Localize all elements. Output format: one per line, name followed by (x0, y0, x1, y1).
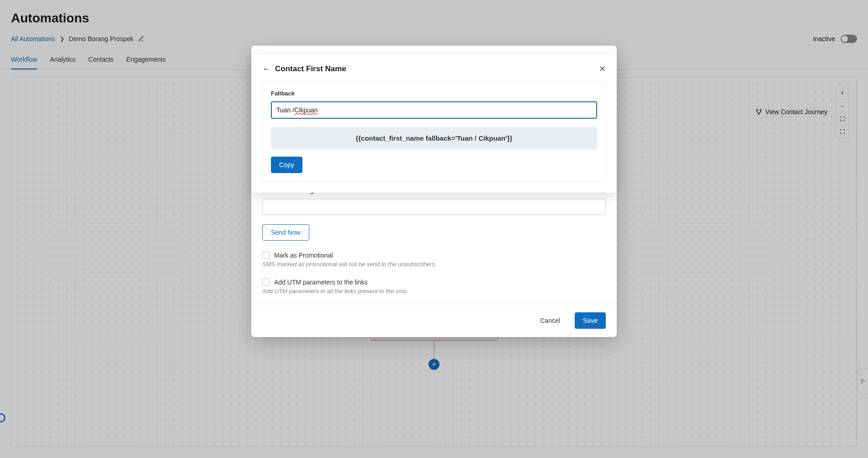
save-button[interactable]: Save (575, 312, 606, 329)
utm-checkbox[interactable] (262, 279, 270, 286)
merge-tag-output: {{contact_first_name fallback='Tuan / Ci… (271, 127, 597, 149)
promotional-checkbox[interactable] (262, 252, 270, 259)
promotional-checkbox-label: Mark as Promotional (274, 252, 333, 259)
fallback-label: Fallback (271, 90, 597, 97)
dialog-title: Contact First Name (275, 64, 346, 74)
utm-help-text: Add UTM parameters in all the links pres… (262, 288, 606, 295)
copy-button[interactable]: Copy (271, 157, 302, 173)
cancel-button[interactable]: Cancel (532, 312, 568, 329)
send-now-button[interactable]: Send Now (262, 224, 309, 241)
close-icon[interactable]: ✕ (599, 64, 606, 74)
promotional-help-text: SMS marked as promotional will not be se… (262, 261, 606, 268)
merge-tag-dialog: ← Contact First Name ✕ Fallback Tuan / C… (251, 55, 617, 193)
send-test-input[interactable] (262, 199, 606, 215)
fallback-input[interactable]: Tuan / Cikpuan (271, 101, 597, 119)
modal-overlay: Send Test Message Send Now Mark as Promo… (0, 0, 868, 458)
back-arrow-icon[interactable]: ← (262, 64, 270, 74)
utm-checkbox-label: Add UTM parameters to the links (274, 279, 368, 286)
